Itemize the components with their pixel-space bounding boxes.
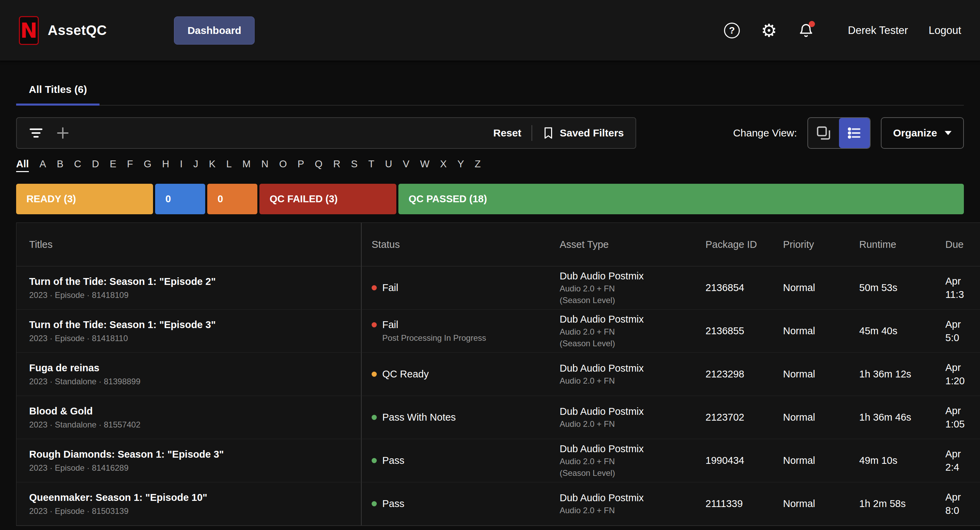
- row-title: Blood & Gold: [29, 406, 357, 417]
- column-header-package-id: Package ID: [695, 223, 773, 266]
- alphabet-filter-t[interactable]: T: [368, 159, 374, 171]
- nav-dashboard-button[interactable]: Dashboard: [174, 16, 255, 44]
- add-filter-button[interactable]: [55, 125, 70, 141]
- priority-value: Normal: [783, 412, 845, 423]
- alphabet-filter-e[interactable]: E: [110, 159, 116, 171]
- alphabet-filter-m[interactable]: M: [242, 159, 250, 171]
- filter-actions: Reset Saved Filters: [493, 125, 624, 141]
- alphabet-filter-all[interactable]: All: [16, 159, 29, 172]
- table-row[interactable]: Queenmaker: Season 1: "Episode 10"2023 ·…: [16, 482, 980, 525]
- runtime-value: 45m 40s: [859, 325, 931, 336]
- status-label: Fail: [382, 282, 398, 294]
- alphabet-filter-s[interactable]: S: [351, 159, 358, 171]
- priority-cell: Normal: [773, 309, 849, 352]
- user-name: Derek Tester: [848, 24, 908, 36]
- alphabet-filter-w[interactable]: W: [420, 159, 429, 171]
- alphabet-filter-d[interactable]: D: [92, 159, 99, 171]
- status-segment-2[interactable]: 0: [207, 184, 257, 214]
- column-header-asset-type: Asset Type: [550, 223, 695, 266]
- due-line-2: 1:20: [945, 374, 980, 388]
- card-view-button[interactable]: [808, 118, 839, 148]
- list-view-button[interactable]: [839, 118, 870, 148]
- priority-cell: Normal: [773, 353, 849, 396]
- package-id-cell: 2111339: [695, 482, 773, 525]
- alphabet-filter-v[interactable]: V: [403, 159, 409, 171]
- settings-button[interactable]: ⚙: [759, 21, 779, 40]
- status-line: QC Ready: [372, 368, 546, 380]
- alphabet-filter-a[interactable]: A: [40, 159, 46, 171]
- asset-type-cell: Dub Audio PostmixAudio 2.0 + FN(Season L…: [550, 267, 695, 309]
- alphabet-filter-x[interactable]: X: [440, 159, 447, 171]
- asset-line-1: Dub Audio Postmix: [560, 406, 691, 417]
- status-segment-label: QC FAILED (3): [270, 194, 338, 205]
- alphabet-filter-l[interactable]: L: [226, 159, 232, 171]
- row-meta: 2023 · Standalone · 81557402: [29, 420, 357, 430]
- status-segment-1[interactable]: 0: [155, 184, 205, 214]
- reset-filters-button[interactable]: Reset: [493, 127, 522, 139]
- alphabet-filter-g[interactable]: G: [144, 159, 152, 171]
- row-meta: 2023 · Episode · 81418110: [29, 333, 357, 343]
- alphabet-filter-j[interactable]: J: [193, 159, 198, 171]
- runtime-value: 50m 53s: [859, 282, 931, 294]
- notifications-button[interactable]: [796, 21, 816, 40]
- alphabet-filter-h[interactable]: H: [162, 159, 169, 171]
- asset-line-1: Dub Audio Postmix: [560, 314, 691, 325]
- organize-button[interactable]: Organize: [881, 117, 964, 149]
- titles-table: TitlesStatusAsset TypePackage IDPriority…: [16, 222, 980, 526]
- toolbar-row: Reset Saved Filters Change View:: [16, 117, 964, 149]
- help-button[interactable]: ?: [722, 21, 741, 40]
- priority-cell: Normal: [773, 267, 849, 309]
- alphabet-filter-c[interactable]: C: [74, 159, 81, 171]
- bookmark-icon: [542, 127, 554, 140]
- status-dot: [372, 501, 377, 506]
- title-cell: Blood & Gold2023 · Standalone · 81557402: [16, 396, 362, 439]
- netflix-logo[interactable]: N: [19, 16, 39, 45]
- alphabet-filter-o[interactable]: O: [279, 159, 287, 171]
- status-label: Fail: [382, 319, 398, 330]
- priority-value: Normal: [783, 498, 845, 509]
- row-title: Queenmaker: Season 1: "Episode 10": [29, 492, 357, 503]
- priority-cell: Normal: [773, 482, 849, 525]
- alphabet-filter-q[interactable]: Q: [315, 159, 323, 171]
- table-row[interactable]: Turn of the Tide: Season 1: "Episode 2"2…: [16, 267, 980, 309]
- status-cell: Pass: [362, 482, 550, 525]
- status-segment-4[interactable]: QC PASSED (18): [398, 184, 964, 214]
- status-summary-bar: READY (3)00QC FAILED (3)QC PASSED (18): [16, 184, 964, 214]
- saved-filters-button[interactable]: Saved Filters: [542, 127, 624, 140]
- help-icon: ?: [724, 23, 740, 38]
- alphabet-filter-f[interactable]: F: [127, 159, 133, 171]
- due-line-2: 2:4: [945, 461, 980, 474]
- table-row[interactable]: Rough Diamonds: Season 1: "Episode 3"202…: [16, 439, 980, 482]
- status-dot: [372, 322, 377, 327]
- filter-button[interactable]: [29, 125, 44, 141]
- alphabet-filter-k[interactable]: K: [209, 159, 215, 171]
- status-cell: Pass: [362, 439, 550, 482]
- priority-value: Normal: [783, 282, 845, 294]
- runtime-value: 1h 36m 12s: [859, 368, 931, 380]
- asset-line-1: Dub Audio Postmix: [560, 270, 691, 282]
- column-header-titles: Titles: [16, 223, 362, 266]
- table-row[interactable]: Fuga de reinas2023 · Standalone · 813988…: [16, 353, 980, 396]
- asset-type-cell: Dub Audio PostmixAudio 2.0 + FN(Season L…: [550, 439, 695, 482]
- runtime-cell: 1h 36m 12s: [849, 353, 935, 396]
- alphabet-filter-n[interactable]: N: [261, 159, 268, 171]
- alphabet-filter-b[interactable]: B: [57, 159, 63, 171]
- package-id-value: 2111339: [705, 498, 769, 509]
- status-segment-3[interactable]: QC FAILED (3): [259, 184, 396, 214]
- alphabet-filter-y[interactable]: Y: [457, 159, 464, 171]
- title-cell: Turn of the Tide: Season 1: "Episode 3"2…: [16, 309, 362, 352]
- asset-line-2: Audio 2.0 + FN: [560, 376, 691, 386]
- table-row[interactable]: Turn of the Tide: Season 1: "Episode 3"2…: [16, 309, 980, 353]
- alphabet-filter-u[interactable]: U: [385, 159, 392, 171]
- due-line-2: 11:3: [945, 288, 980, 301]
- alphabet-filter-p[interactable]: P: [298, 159, 304, 171]
- table-row[interactable]: Blood & Gold2023 · Standalone · 81557402…: [16, 396, 980, 439]
- asset-type-cell: Dub Audio PostmixAudio 2.0 + FN(Season L…: [550, 309, 695, 352]
- logout-button[interactable]: Logout: [929, 24, 961, 36]
- tab-all-titles[interactable]: All Titles (6): [16, 84, 100, 106]
- status-segment-0[interactable]: READY (3): [16, 184, 153, 214]
- alphabet-filter-i[interactable]: I: [180, 159, 183, 171]
- alphabet-filter-r[interactable]: R: [333, 159, 340, 171]
- row-title: Fuga de reinas: [29, 362, 357, 374]
- alphabet-filter-z[interactable]: Z: [474, 159, 481, 171]
